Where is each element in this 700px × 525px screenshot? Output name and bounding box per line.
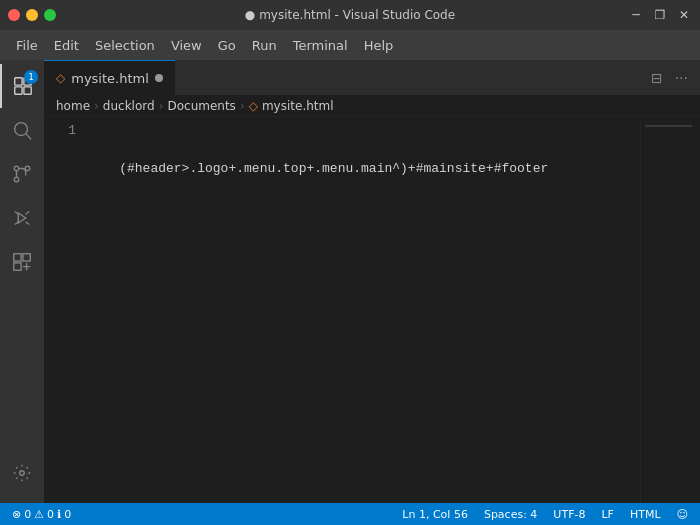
activity-extensions[interactable] xyxy=(0,240,44,284)
svg-rect-10 xyxy=(23,254,30,261)
main-layout: 1 xyxy=(0,60,700,503)
breadcrumb-ducklord[interactable]: ducklord xyxy=(103,99,155,113)
close-icon[interactable]: ✕ xyxy=(676,8,692,22)
split-editor-button[interactable]: ⊟ xyxy=(647,68,667,88)
activity-search[interactable] xyxy=(0,108,44,152)
line-number-1: 1 xyxy=(44,121,76,140)
info-count: 0 xyxy=(64,508,71,521)
breadcrumb-home[interactable]: home xyxy=(56,99,90,113)
warning-icon: ⚠ xyxy=(34,508,44,521)
more-actions-button[interactable]: ··· xyxy=(671,68,692,88)
activity-bar: 1 xyxy=(0,60,44,503)
tab-actions: ⊟ ··· xyxy=(647,68,700,88)
svg-point-6 xyxy=(14,166,19,171)
breadcrumb-file-icon: ◇ xyxy=(249,99,258,113)
status-position[interactable]: Ln 1, Col 56 xyxy=(398,508,472,521)
close-button[interactable] xyxy=(8,9,20,21)
info-icon: ℹ xyxy=(57,508,61,521)
error-icon: ⊗ xyxy=(12,508,21,521)
tab-modified-dot xyxy=(155,74,163,82)
status-right: Ln 1, Col 56 Spaces: 4 UTF-8 LF HTML ☺ xyxy=(398,508,692,521)
svg-rect-3 xyxy=(24,87,31,94)
tab-filename: mysite.html xyxy=(71,71,149,86)
warning-count: 0 xyxy=(47,508,54,521)
menu-help[interactable]: Help xyxy=(356,34,402,57)
minimize-button[interactable] xyxy=(26,9,38,21)
minimize-icon[interactable]: ─ xyxy=(628,8,644,22)
svg-rect-9 xyxy=(14,254,21,261)
status-left: ⊗ 0 ⚠ 0 ℹ 0 xyxy=(8,508,75,521)
tab-file-icon: ◇ xyxy=(56,71,65,85)
code-content[interactable]: (#header>.logo+.menu.top+.menu.main^)+#m… xyxy=(88,121,640,503)
status-feedback[interactable]: ☺ xyxy=(673,508,692,521)
status-spaces[interactable]: Spaces: 4 xyxy=(480,508,541,521)
activity-run-debug[interactable] xyxy=(0,196,44,240)
menu-run[interactable]: Run xyxy=(244,34,285,57)
svg-point-4 xyxy=(15,123,28,136)
status-errors[interactable]: ⊗ 0 ⚠ 0 ℹ 0 xyxy=(8,508,75,521)
menu-selection[interactable]: Selection xyxy=(87,34,163,57)
menu-file[interactable]: File xyxy=(8,34,46,57)
restore-icon[interactable]: ❐ xyxy=(652,8,668,22)
menu-go[interactable]: Go xyxy=(210,34,244,57)
window-controls xyxy=(8,9,56,21)
menu-edit[interactable]: Edit xyxy=(46,34,87,57)
editor-area: ◇ mysite.html ⊟ ··· home › ducklord › Do… xyxy=(44,60,700,503)
line-numbers: 1 xyxy=(44,121,88,503)
code-area: 1 (#header>.logo+.menu.top+.menu.main^)+… xyxy=(44,117,700,503)
svg-rect-0 xyxy=(15,78,22,85)
status-bar: ⊗ 0 ⚠ 0 ℹ 0 Ln 1, Col 56 Spaces: 4 UTF-8… xyxy=(0,503,700,525)
title-bar: ● mysite.html - Visual Studio Code ─ ❐ ✕ xyxy=(0,0,700,30)
breadcrumb-sep-2: › xyxy=(159,99,164,113)
breadcrumb: home › ducklord › Documents › ◇ mysite.h… xyxy=(44,95,700,117)
svg-point-12 xyxy=(20,471,25,476)
status-language[interactable]: HTML xyxy=(626,508,665,521)
breadcrumb-sep-3: › xyxy=(240,99,245,113)
window-title: ● mysite.html - Visual Studio Code xyxy=(245,8,455,22)
menu-terminal[interactable]: Terminal xyxy=(285,34,356,57)
breadcrumb-sep-1: › xyxy=(94,99,99,113)
maximize-button[interactable] xyxy=(44,9,56,21)
code-line-1: (#header>.logo+.menu.top+.menu.main^)+#m… xyxy=(88,159,640,178)
editor-tab-mysite[interactable]: ◇ mysite.html xyxy=(44,60,175,95)
menu-view[interactable]: View xyxy=(163,34,210,57)
minimap xyxy=(640,121,700,503)
activity-explorer[interactable]: 1 xyxy=(0,64,44,108)
breadcrumb-documents[interactable]: Documents xyxy=(167,99,235,113)
svg-rect-2 xyxy=(15,87,22,94)
minimap-line-1 xyxy=(645,125,692,127)
svg-rect-11 xyxy=(14,263,21,270)
menu-bar: File Edit Selection View Go Run Terminal… xyxy=(0,30,700,60)
status-line-ending[interactable]: LF xyxy=(597,508,617,521)
svg-line-5 xyxy=(26,134,31,139)
svg-point-8 xyxy=(14,177,19,182)
activity-source-control[interactable] xyxy=(0,152,44,196)
explorer-badge: 1 xyxy=(24,70,38,84)
tabs-container: ◇ mysite.html xyxy=(44,60,175,95)
status-encoding[interactable]: UTF-8 xyxy=(549,508,589,521)
error-count: 0 xyxy=(24,508,31,521)
activity-settings[interactable] xyxy=(0,451,44,495)
breadcrumb-file[interactable]: mysite.html xyxy=(262,99,334,113)
title-right-controls: ─ ❐ ✕ xyxy=(628,8,692,22)
svg-point-7 xyxy=(25,166,30,171)
tab-bar: ◇ mysite.html ⊟ ··· xyxy=(44,60,700,95)
